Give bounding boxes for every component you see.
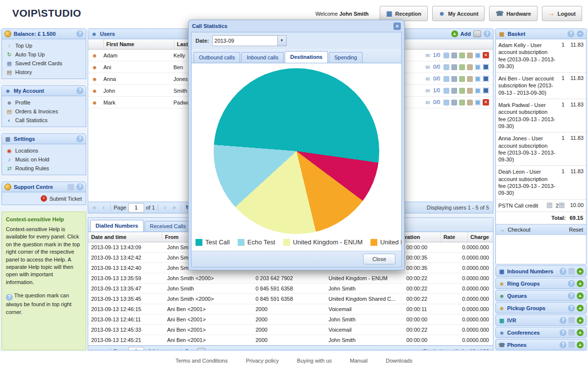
tab-dialled-numbers[interactable]: Dialled Numbers <box>90 220 144 232</box>
first-page-icon[interactable]: « <box>91 204 98 211</box>
sidebar-item-auto-top-up[interactable]: ↻Auto Top Up <box>3 50 85 59</box>
monitor-icon[interactable] <box>475 53 481 58</box>
tab-outbound-calls[interactable]: Outbound calls <box>194 52 240 63</box>
help-icon[interactable]: ? <box>560 342 566 348</box>
add-user-button[interactable]: Add <box>461 31 471 37</box>
footer-link-manual[interactable]: Manual <box>350 358 368 364</box>
table-row[interactable]: 2013-09-13 13:35:47John Smith0 845 591 6… <box>88 284 493 294</box>
email-icon[interactable] <box>467 64 473 70</box>
column-first-name[interactable]: First Name <box>104 39 174 49</box>
thumbs-icon[interactable] <box>459 53 465 58</box>
chat-icon[interactable] <box>443 53 449 58</box>
sidebar-item-locations[interactable]: ◉Locations <box>3 146 85 155</box>
page-input[interactable] <box>128 203 144 212</box>
help-icon[interactable]: ? <box>568 280 575 287</box>
monitor-icon[interactable] <box>475 64 481 70</box>
dialog-titlebar[interactable]: Call Statistics × <box>191 20 402 32</box>
help-icon[interactable]: ? <box>560 329 566 336</box>
sidebar-item-saved-cards[interactable]: ▦Saved Credit Cards <box>3 59 85 68</box>
prev-page-icon[interactable]: ‹ <box>100 347 107 350</box>
last-page-icon[interactable]: » <box>171 347 178 350</box>
panel-ring-groups[interactable]: ☻ Ring Groups ?+ <box>495 278 587 289</box>
thumbs-icon[interactable] <box>459 64 465 70</box>
print-dropdown-icon[interactable]: ▾ <box>207 347 212 350</box>
table-row[interactable]: 2013-09-13 12:45:33Ani Ben <2001>2000Voi… <box>88 325 493 335</box>
submit-ticket-button[interactable]: + Submit Ticket <box>38 194 85 203</box>
tab-spending[interactable]: Spending <box>329 52 363 63</box>
table-row[interactable]: 2013-09-13 13:35:45John Smith <2000>0 84… <box>88 294 493 304</box>
panel-phones[interactable]: ☎ Phones ?+ <box>495 339 587 350</box>
gear-icon[interactable] <box>568 317 575 323</box>
presence-icon[interactable] <box>451 76 457 82</box>
reception-button[interactable]: ▦Reception <box>380 6 427 21</box>
thumbs-icon[interactable] <box>459 100 465 105</box>
sidebar-item-history[interactable]: ▤History <box>3 68 85 77</box>
thumbs-icon[interactable] <box>459 76 465 82</box>
delete-icon[interactable]: × <box>483 99 489 105</box>
thumbs-icon[interactable] <box>459 88 465 94</box>
voicemail-icon[interactable]: ✉ <box>424 52 431 59</box>
email-icon[interactable] <box>467 53 473 58</box>
sidebar-item-top-up[interactable]: ↑Top Up <box>3 41 85 50</box>
help-icon[interactable]: ? <box>567 30 574 37</box>
next-page-icon[interactable]: › <box>161 347 169 350</box>
gear-icon[interactable] <box>568 329 575 336</box>
help-icon[interactable]: ? <box>76 30 83 37</box>
presence-icon[interactable] <box>451 100 457 105</box>
decrease-qty-icon[interactable]: − <box>547 203 552 208</box>
monitor-icon[interactable] <box>475 76 481 82</box>
add-icon[interactable]: + <box>451 30 458 37</box>
panel-ivr[interactable]: ▦ IVR ?+ <box>495 315 587 326</box>
tab-destinations[interactable]: Destinations <box>285 51 328 63</box>
presence-icon[interactable] <box>451 88 457 94</box>
chat-icon[interactable] <box>443 88 449 94</box>
help-icon[interactable]: ? <box>76 135 83 142</box>
monitor-icon[interactable] <box>475 100 481 105</box>
tab-received-calls[interactable]: Received Calls <box>145 221 191 232</box>
increase-qty-icon[interactable]: + <box>559 203 564 208</box>
screen-icon[interactable] <box>483 87 489 94</box>
help-icon[interactable]: ? <box>76 184 83 190</box>
logout-button[interactable]: →Logout <box>542 6 582 21</box>
email-icon[interactable] <box>467 100 473 105</box>
screen-icon[interactable] <box>483 64 489 70</box>
help-icon[interactable]: ? <box>568 292 575 299</box>
last-page-icon[interactable]: » <box>171 204 178 211</box>
add-icon[interactable]: + <box>577 342 584 348</box>
chat-icon[interactable] <box>443 76 449 82</box>
print-icon[interactable] <box>473 30 481 37</box>
help-icon[interactable]: ? <box>76 87 83 94</box>
sidebar-item-orders-invoices[interactable]: ▤Orders & Invoices <box>3 107 85 116</box>
add-icon[interactable]: + <box>577 329 584 336</box>
table-row[interactable]: 2013-09-13 12:46:15Ani Ben <2001>2000Voi… <box>88 304 493 315</box>
presence-icon[interactable] <box>451 64 457 70</box>
add-icon[interactable]: + <box>577 305 584 312</box>
date-select[interactable]: ▾ <box>212 35 287 46</box>
close-button[interactable]: Close <box>363 254 395 264</box>
table-row[interactable]: 2013-09-13 13:35:59John Smith <2000>0 20… <box>88 273 493 284</box>
column-charge[interactable]: Charge <box>468 232 493 242</box>
gear-icon[interactable] <box>568 342 575 348</box>
delete-icon[interactable]: × <box>483 52 489 58</box>
prev-page-icon[interactable]: ‹ <box>100 204 107 211</box>
print-icon[interactable] <box>197 348 205 350</box>
chevron-down-icon[interactable]: ▾ <box>277 36 286 46</box>
sidebar-item-routing-rules[interactable]: ⇄Routing Rules <box>3 164 85 173</box>
monitor-icon[interactable] <box>475 88 481 94</box>
footer-link-buying[interactable]: Buying with us <box>297 358 332 364</box>
hardware-button[interactable]: ☎Hardware <box>489 6 537 21</box>
voicemail-icon[interactable]: ✉ <box>424 64 431 71</box>
footer-link-downloads[interactable]: Downloads <box>386 358 412 364</box>
tab-inbound-calls[interactable]: Inbound calls <box>241 52 284 63</box>
sidebar-item-profile[interactable]: ☻Profile <box>3 98 85 107</box>
refresh-icon[interactable]: ↻ <box>184 347 192 350</box>
reset-button[interactable]: Reset <box>569 227 583 233</box>
voicemail-icon[interactable]: ✉ <box>424 87 431 94</box>
chat-icon[interactable] <box>443 64 449 70</box>
footer-link-privacy[interactable]: Privacy policy <box>246 358 279 364</box>
screen-icon[interactable] <box>483 76 489 82</box>
panel-inbound-numbers[interactable]: ▦ Inbound Numbers ?+ <box>495 265 587 277</box>
panel-conferences[interactable]: ☻ Conferences ?+ <box>495 327 587 338</box>
voicemail-icon[interactable]: ✉ <box>424 76 431 82</box>
my-account-button[interactable]: ☻My Account <box>432 6 485 21</box>
